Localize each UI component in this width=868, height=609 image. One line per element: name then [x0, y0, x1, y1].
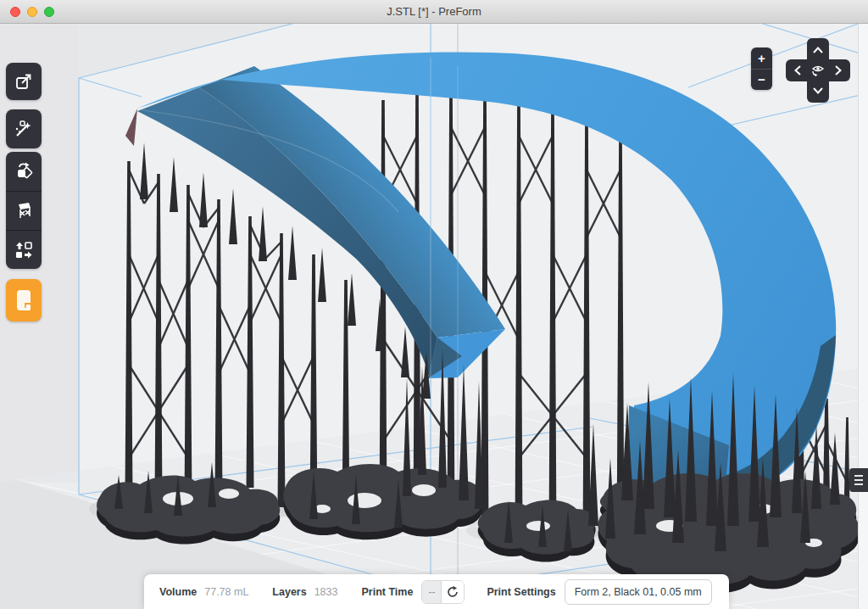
refresh-icon	[446, 585, 459, 599]
zoom-in-button[interactable]: +	[751, 47, 772, 70]
viewport-3d[interactable]	[0, 24, 868, 609]
preform-window: J.STL [*] - PreForm	[0, 0, 868, 609]
scene-canvas	[0, 24, 868, 609]
print-time-widget: --	[421, 580, 465, 604]
orbit-view-button[interactable]	[808, 60, 828, 81]
toolbar-group	[6, 152, 42, 269]
refresh-print-time-button[interactable]	[441, 581, 464, 603]
chevron-left-icon	[794, 65, 801, 75]
orientation-button[interactable]	[6, 152, 42, 191]
print-settings-button[interactable]: Form 2, Black 01, 0.05 mm	[565, 579, 712, 605]
chevron-right-icon	[835, 65, 842, 75]
layers-label: Layers	[272, 586, 306, 598]
zoom-out-button[interactable]: −	[751, 70, 772, 91]
print-time-value: --	[422, 581, 441, 603]
right-panel-collapsed	[858, 24, 868, 609]
zoom-button[interactable]	[44, 7, 54, 17]
right-panel-toggle[interactable]	[849, 468, 868, 492]
pan-right-button[interactable]	[828, 60, 849, 81]
supports-icon	[14, 201, 34, 221]
window-controls	[10, 7, 54, 17]
layers-value: 1833	[314, 586, 338, 598]
minimize-button[interactable]	[27, 7, 37, 17]
chevron-down-icon	[813, 87, 823, 94]
close-button[interactable]	[10, 7, 20, 17]
pan-down-button[interactable]	[808, 81, 828, 101]
volume-value: 77.78 mL	[204, 586, 248, 598]
pan-up-button[interactable]	[808, 40, 828, 60]
rotate-icon	[14, 161, 34, 182]
titlebar[interactable]: J.STL [*] - PreForm	[0, 0, 868, 24]
hamburger-icon	[854, 475, 863, 477]
supports-button[interactable]	[6, 191, 42, 230]
pan-left-button[interactable]	[787, 60, 808, 81]
magic-wand-icon	[14, 119, 34, 139]
print-time-label: Print Time	[361, 586, 413, 598]
orbit-view-icon	[810, 62, 826, 79]
size-button[interactable]	[6, 63, 42, 100]
one-click-print-button[interactable]	[6, 109, 42, 148]
volume-label: Volume	[159, 586, 197, 598]
status-bar: Volume 77.78 mL Layers 1833 Print Time -…	[144, 574, 729, 609]
chevron-up-icon	[813, 47, 823, 53]
layout-button[interactable]	[6, 230, 42, 269]
zoom-control: + −	[751, 47, 772, 90]
view-dpad	[786, 38, 850, 103]
layout-icon	[14, 240, 34, 260]
print-settings-label: Print Settings	[487, 586, 555, 598]
resize-icon	[14, 72, 33, 91]
window-title: J.STL [*] - PreForm	[387, 5, 481, 18]
print-button[interactable]	[6, 279, 42, 321]
cartridge-icon	[14, 288, 34, 312]
